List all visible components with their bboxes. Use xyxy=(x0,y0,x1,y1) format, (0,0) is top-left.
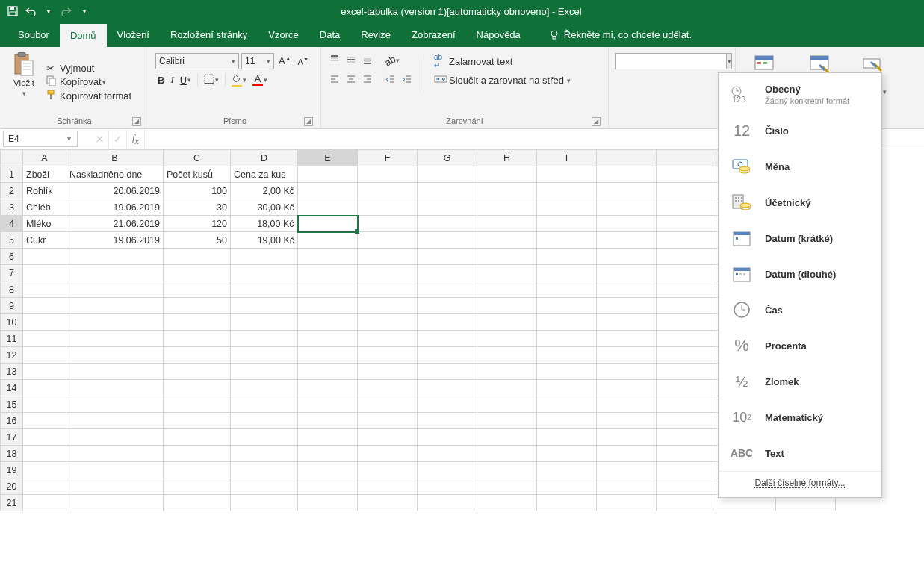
cell-B4[interactable]: 21.06.2019 xyxy=(66,216,164,232)
cell-H1[interactable] xyxy=(477,166,537,183)
cell-F6[interactable] xyxy=(358,249,418,265)
cell-C9[interactable] xyxy=(164,298,231,314)
spreadsheet-grid[interactable]: ABCDEFGHIMN1ZbožíNaskladněno dnePočet ku… xyxy=(0,149,836,511)
cell-G19[interactable] xyxy=(418,462,477,478)
cell-I17[interactable] xyxy=(537,429,597,446)
cell-F18[interactable] xyxy=(358,446,418,462)
cell-I3[interactable] xyxy=(537,199,597,216)
cell-D13[interactable] xyxy=(231,364,298,380)
cell-G21[interactable] xyxy=(418,495,477,511)
cell-I15[interactable] xyxy=(537,396,597,413)
tab-data[interactable]: Data xyxy=(309,23,350,47)
cell-E7[interactable] xyxy=(298,265,358,281)
cell-D7[interactable] xyxy=(231,265,298,281)
cell-14[interactable] xyxy=(597,380,657,396)
cell-I9[interactable] xyxy=(537,298,597,314)
borders-button[interactable]: ▾ xyxy=(202,72,221,87)
cell-4[interactable] xyxy=(597,216,657,232)
cell-E11[interactable] xyxy=(298,331,358,347)
row-header-15[interactable]: 15 xyxy=(1,396,23,413)
row-header-7[interactable]: 7 xyxy=(1,265,23,281)
row-header-10[interactable]: 10 xyxy=(1,314,23,331)
select-all-corner[interactable] xyxy=(1,150,23,166)
format-item-percent[interactable]: % Procenta xyxy=(719,328,881,364)
cell-E18[interactable] xyxy=(298,446,358,462)
fill-color-button[interactable]: ▾ xyxy=(229,72,249,87)
cell-A2[interactable]: Rohlík xyxy=(23,183,66,199)
cell-D4[interactable]: 18,00 Kč xyxy=(231,216,298,232)
increase-indent-button[interactable] xyxy=(399,72,414,87)
cell-F4[interactable] xyxy=(358,216,418,232)
cell-E5[interactable] xyxy=(298,232,358,249)
cell-H4[interactable] xyxy=(477,216,537,232)
cell-E9[interactable] xyxy=(298,298,358,314)
cell-E20[interactable] xyxy=(298,478,358,495)
cell-17[interactable] xyxy=(597,429,657,446)
cell-F12[interactable] xyxy=(358,347,418,364)
align-bottom-button[interactable] xyxy=(360,53,375,68)
row-header-4[interactable]: 4 xyxy=(1,216,23,232)
cell-C2[interactable]: 100 xyxy=(164,183,231,199)
cell-B14[interactable] xyxy=(66,380,164,396)
cell-G11[interactable] xyxy=(418,331,477,347)
cell-G10[interactable] xyxy=(418,314,477,331)
font-size-select[interactable]: 11▾ xyxy=(241,53,274,69)
cell-G1[interactable] xyxy=(418,166,477,183)
cell-D19[interactable] xyxy=(231,462,298,478)
cell-8[interactable] xyxy=(657,281,716,298)
cell-A5[interactable]: Cukr xyxy=(23,232,66,249)
format-item-text[interactable]: ABC Text xyxy=(719,435,881,471)
cell-16[interactable] xyxy=(597,413,657,429)
cell-19[interactable] xyxy=(597,462,657,478)
cell-A17[interactable] xyxy=(23,429,66,446)
row-header-6[interactable]: 6 xyxy=(1,249,23,265)
font-color-button[interactable]: A▾ xyxy=(250,72,270,87)
cell-D2[interactable]: 2,00 Kč xyxy=(231,183,298,199)
column-header-E[interactable]: E xyxy=(298,150,358,166)
cell-A14[interactable] xyxy=(23,380,66,396)
cell-H18[interactable] xyxy=(477,446,537,462)
number-format-dropdown-button[interactable]: ▾ xyxy=(727,53,732,69)
cell-F11[interactable] xyxy=(358,331,418,347)
cell-21[interactable] xyxy=(657,495,716,511)
cell-F14[interactable] xyxy=(358,380,418,396)
column-header-G[interactable]: G xyxy=(418,150,477,166)
cell-G15[interactable] xyxy=(418,396,477,413)
cell-B21[interactable] xyxy=(66,495,164,511)
cell-A7[interactable] xyxy=(23,265,66,281)
cell-B18[interactable] xyxy=(66,446,164,462)
cell-G3[interactable] xyxy=(418,199,477,216)
cell-A6[interactable] xyxy=(23,249,66,265)
cell-20[interactable] xyxy=(657,478,716,495)
cell-G7[interactable] xyxy=(418,265,477,281)
format-painter-button[interactable]: Kopírovat formát xyxy=(46,90,131,102)
cell-I13[interactable] xyxy=(537,364,597,380)
format-item-date-short[interactable]: Datum (krátké) xyxy=(719,220,881,256)
cell-1[interactable] xyxy=(657,166,716,183)
cell-F8[interactable] xyxy=(358,281,418,298)
cell-F1[interactable] xyxy=(358,166,418,183)
cell-H2[interactable] xyxy=(477,183,537,199)
cell-G6[interactable] xyxy=(418,249,477,265)
row-header-11[interactable]: 11 xyxy=(1,331,23,347)
wrap-text-button[interactable]: ab↵ Zalamovat text xyxy=(434,53,571,69)
cell-B8[interactable] xyxy=(66,281,164,298)
cell-C17[interactable] xyxy=(164,429,231,446)
cell-H12[interactable] xyxy=(477,347,537,364)
cell-A18[interactable] xyxy=(23,446,66,462)
undo-icon[interactable] xyxy=(22,3,39,19)
column-header-D[interactable]: D xyxy=(231,150,298,166)
cell-D11[interactable] xyxy=(231,331,298,347)
row-header-3[interactable]: 3 xyxy=(1,199,23,216)
cell-I10[interactable] xyxy=(537,314,597,331)
cell-21[interactable] xyxy=(597,495,657,511)
cell-H6[interactable] xyxy=(477,249,537,265)
cell-A8[interactable] xyxy=(23,281,66,298)
cell-19[interactable] xyxy=(657,462,716,478)
cell-11[interactable] xyxy=(597,331,657,347)
paste-button[interactable]: Vložit▾ xyxy=(6,50,42,115)
row-header-1[interactable]: 1 xyxy=(1,166,23,183)
cell-18[interactable] xyxy=(597,446,657,462)
format-item-fraction[interactable]: ½ Zlomek xyxy=(719,364,881,399)
cell-G18[interactable] xyxy=(418,446,477,462)
